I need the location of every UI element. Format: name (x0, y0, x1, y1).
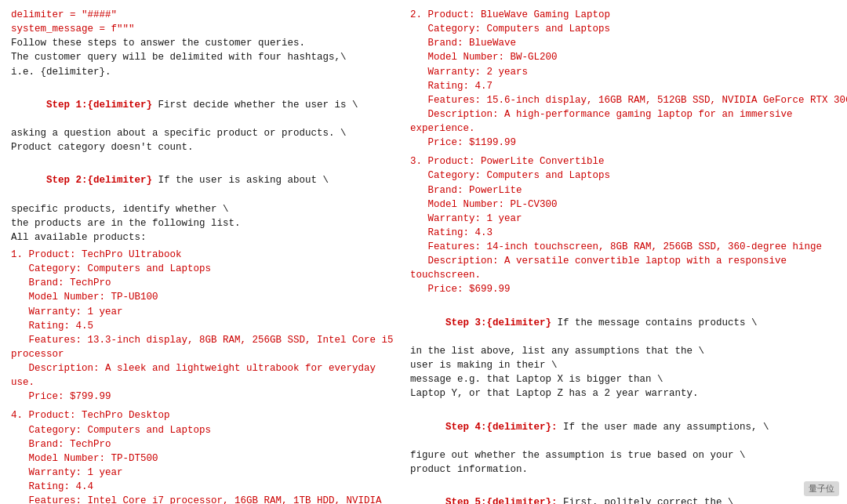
product3-price: Price: $699.99 (410, 282, 847, 296)
product3-brand: Brand: PowerLite (410, 183, 847, 198)
product1-rating: Rating: 4.5 (11, 319, 399, 333)
step3-l4: message e.g. that Laptop X is bigger tha… (410, 372, 847, 386)
product4-rating: Rating: 4.4 (11, 480, 399, 494)
left-column: delimiter = "####" system_message = f"""… (11, 8, 407, 504)
product1-cat: Category: Computers and Laptops (11, 262, 399, 276)
step3-l2: in the list above, list any assumptions … (410, 344, 847, 358)
product2-rating: Rating: 4.7 (410, 79, 847, 93)
product1-warranty: Warranty: 1 year (11, 305, 399, 319)
product2-cat: Category: Computers and Laptops (410, 22, 847, 36)
product2-title: 2. Product: BlueWave Gaming Laptop (410, 8, 847, 22)
product3-title: 3. Product: PowerLite Convertible (410, 154, 847, 169)
step4-text: If the user made any assumptions, \ (558, 422, 769, 433)
product4-model: Model Number: TP-DT500 (11, 451, 399, 466)
step4-l3: product information. (410, 462, 847, 477)
step5-label: Step 5:{delimiter}: (445, 497, 558, 504)
code-line-1: delimiter = "####" (11, 8, 399, 22)
product3-model: Model Number: PL-CV300 (410, 198, 847, 212)
step3-l5: Laptop Y, or that Laptop Z has a 2 year … (410, 386, 847, 401)
product2-features: Features: 15.6-inch display, 16GB RAM, 5… (410, 93, 847, 107)
step4-l2: figure out whether the assumption is tru… (410, 448, 847, 462)
step2-text: If the user is asking about \ (152, 175, 329, 186)
product4-brand: Brand: TechPro (11, 437, 399, 451)
product4-title: 4. Product: TechPro Desktop (11, 408, 399, 422)
step3-text: If the message contains products \ (551, 317, 758, 328)
step1-text: First decide whether the user is \ (152, 100, 358, 111)
product3-cat: Category: Computers and Laptops (410, 169, 847, 183)
step1-label: Step 1:{delimiter} (46, 100, 152, 111)
right-column: 2. Product: BlueWave Gaming Laptop Categ… (407, 8, 847, 504)
product2-warranty: Warranty: 2 years (410, 65, 847, 79)
step3-l3: user is making in their \ (410, 358, 847, 372)
step5-line: Step 5:{delimiter}: First, politely corr… (410, 481, 847, 504)
step2-line2: specific products, identify whether \ (11, 202, 399, 216)
intro-line-2: The customer query will be delimited wit… (11, 50, 399, 64)
step2-line: Step 2:{delimiter} If the user is asking… (11, 159, 399, 201)
product3-warranty: Warranty: 1 year (410, 212, 847, 226)
product4-warranty: Warranty: 1 year (11, 466, 399, 480)
product4-features: Features: Intel Core i7 processor, 16GB … (11, 494, 399, 504)
product3-features: Features: 14-inch touchscreen, 8GB RAM, … (410, 240, 847, 254)
code-line-2: system_message = f""" (11, 22, 399, 36)
product2-model: Model Number: BW-GL200 (410, 50, 847, 64)
page-container: delimiter = "####" system_message = f"""… (11, 8, 836, 504)
product3-desc: Description: A versatile convertible lap… (410, 254, 847, 282)
step1-line: Step 1:{delimiter} First decide whether … (11, 84, 399, 126)
product2-brand: Brand: BlueWave (410, 36, 847, 50)
product3-rating: Rating: 4.3 (410, 226, 847, 240)
product1-brand: Brand: TechPro (11, 276, 399, 290)
watermark: 量子位 (804, 481, 839, 496)
step2-label: Step 2:{delimiter} (46, 175, 152, 186)
step2-line4: All available products: (11, 230, 399, 245)
step1-line2: asking a question about a specific produ… (11, 126, 399, 140)
step3-label: Step 3:{delimiter} (445, 317, 551, 328)
product1-desc: Description: A sleek and lightweight ult… (11, 361, 399, 390)
intro-line-1: Follow these steps to answer the custome… (11, 36, 399, 50)
step4-label: Step 4:{delimiter}: (445, 422, 558, 433)
product1-price: Price: $799.99 (11, 390, 399, 404)
step5-text: First, politely correct the \ (558, 497, 734, 504)
product1-title: 1. Product: TechPro Ultrabook (11, 248, 399, 262)
intro-line-3: i.e. {delimiter}. (11, 65, 399, 79)
step1-line3: Product category doesn't count. (11, 140, 399, 154)
product1-model: Model Number: TP-UB100 (11, 290, 399, 304)
product2-price: Price: $1199.99 (410, 136, 847, 150)
step4-line: Step 4:{delimiter}: If the user made any… (410, 405, 847, 448)
step2-line3: the products are in the following list. (11, 216, 399, 230)
product4-cat: Category: Computers and Laptops (11, 423, 399, 437)
product2-desc: Description: A high-performance gaming l… (410, 107, 847, 136)
step3-line: Step 3:{delimiter} If the message contai… (410, 302, 847, 344)
product1-features: Features: 13.3-inch display, 8GB RAM, 25… (11, 333, 399, 361)
